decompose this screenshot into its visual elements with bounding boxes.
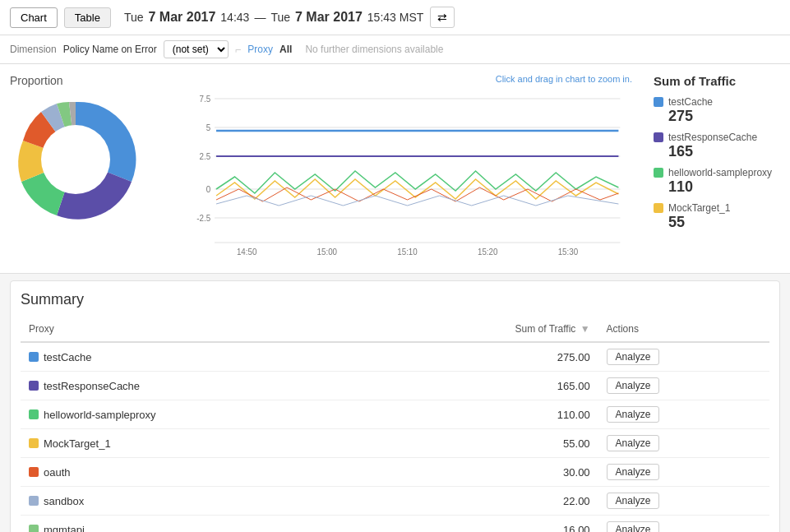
top-bar: Chart Table Tue 7 Mar 2017 14:43 — Tue 7… <box>0 0 790 35</box>
proxy-cell: sandbox <box>21 487 373 516</box>
proxy-name: testCache <box>44 351 92 363</box>
dimension-label: Dimension <box>10 44 57 55</box>
date-start-prefix: Tue <box>124 11 144 24</box>
table-row: sandbox 22.00 Analyze <box>21 487 769 516</box>
policy-name-label: Policy Name on Error <box>63 44 157 55</box>
legend-item-name: MockTarget_1 <box>668 202 730 214</box>
proxy-cell: testResponseCache <box>21 372 373 400</box>
legend-item: helloworld-sampleproxy 110 <box>654 167 780 196</box>
traffic-value: 55.00 <box>373 429 598 458</box>
date-dash: — <box>254 11 266 24</box>
refresh-button[interactable]: ⇄ <box>430 7 455 28</box>
proxy-cell: MockTarget_1 <box>21 429 373 458</box>
row-color-dot <box>29 381 39 391</box>
proxy-name: testResponseCache <box>44 380 140 392</box>
svg-point-0 <box>41 125 110 194</box>
traffic-value: 165.00 <box>373 372 598 400</box>
summary-section: Summary Proxy Sum of Traffic ▼ Actions t… <box>10 280 780 532</box>
analyze-button[interactable]: Analyze <box>607 406 660 423</box>
table-row: mgmtapi 16.00 Analyze <box>21 516 769 533</box>
legend-item-name: testResponseCache <box>668 132 757 143</box>
legend-item-value: 275 <box>668 108 780 125</box>
row-color-dot <box>29 352 39 362</box>
analyze-button[interactable]: Analyze <box>607 493 660 509</box>
actions-cell: Analyze <box>598 487 769 516</box>
traffic-value: 110.00 <box>373 400 598 429</box>
proportion-title: Proportion <box>10 74 174 87</box>
dimension-bar: Dimension Policy Name on Error (not set)… <box>0 35 790 64</box>
legend-title: Sum of Traffic <box>654 74 780 88</box>
line-chart-svg: Sum of Traffic 7.5 5 2.5 0 -2.5 14:50 15… <box>182 82 632 263</box>
proportion-panel: Proportion <box>10 74 174 225</box>
actions-column-header: Actions <box>598 317 769 342</box>
summary-table: Proxy Sum of Traffic ▼ Actions testCache… <box>21 317 769 532</box>
svg-text:14:50: 14:50 <box>237 247 257 257</box>
date-range: Tue 7 Mar 2017 14:43 — Tue 7 Mar 2017 15… <box>124 10 423 25</box>
actions-cell: Analyze <box>598 342 769 372</box>
date-end-time: 15:43 MST <box>367 11 423 24</box>
proxy-name: sandbox <box>44 495 84 507</box>
svg-text:-2.5: -2.5 <box>196 214 210 223</box>
svg-text:15:10: 15:10 <box>397 247 418 257</box>
actions-cell: Analyze <box>598 429 769 458</box>
no-dimension-msg: No further dimensions available <box>305 44 443 55</box>
not-set-select[interactable]: (not set) <box>164 40 229 58</box>
proxy-name: MockTarget_1 <box>44 437 111 450</box>
legend-item-name: testCache <box>668 96 713 108</box>
proxy-cell: helloworld-sampleproxy <box>21 400 373 429</box>
analyze-button[interactable]: Analyze <box>607 435 660 451</box>
traffic-value: 275.00 <box>373 342 598 372</box>
table-row: oauth 30.00 Analyze <box>21 458 769 487</box>
table-row: helloworld-sampleproxy 110.00 Analyze <box>21 400 769 429</box>
row-color-dot <box>29 525 39 532</box>
zoom-hint[interactable]: Click and drag in chart to zoom in. <box>496 74 632 84</box>
svg-text:15:00: 15:00 <box>317 247 338 257</box>
proxy-name: mgmtapi <box>44 524 85 533</box>
analyze-button[interactable]: Analyze <box>607 521 660 532</box>
svg-text:15:20: 15:20 <box>478 247 498 257</box>
legend-item-value: 55 <box>668 214 780 231</box>
table-row: testResponseCache 165.00 Analyze <box>21 372 769 400</box>
svg-text:15:30: 15:30 <box>558 247 579 257</box>
table-tab[interactable]: Table <box>64 7 111 28</box>
date-start-bold: 7 Mar 2017 <box>148 10 215 25</box>
legend-color-dot <box>654 203 663 213</box>
proxy-cell: oauth <box>21 458 373 487</box>
legend-item-value: 110 <box>668 178 780 196</box>
analyze-button[interactable]: Analyze <box>607 349 660 365</box>
donut-chart <box>10 94 141 225</box>
svg-text:7.5: 7.5 <box>200 95 211 104</box>
actions-cell: Analyze <box>598 516 769 533</box>
row-color-dot <box>29 409 39 419</box>
actions-cell: Analyze <box>598 372 769 400</box>
legend-item: MockTarget_1 55 <box>654 202 780 231</box>
analyze-button[interactable]: Analyze <box>607 377 660 394</box>
proxy-column-header: Proxy <box>21 317 373 342</box>
row-color-dot <box>29 438 39 448</box>
analyze-button[interactable]: Analyze <box>607 464 660 480</box>
date-end-prefix: Tue <box>270 11 290 24</box>
legend-item-name: helloworld-sampleproxy <box>668 167 772 178</box>
legend-item-value: 165 <box>668 143 780 160</box>
proxy-name: helloworld-sampleproxy <box>44 409 156 421</box>
proxy-name: oauth <box>44 466 71 479</box>
sort-icon: ▼ <box>580 323 590 335</box>
all-link[interactable]: All <box>280 44 292 55</box>
date-end-bold: 7 Mar 2017 <box>295 10 363 25</box>
svg-text:0: 0 <box>206 185 211 194</box>
svg-text:5: 5 <box>206 123 211 132</box>
proxy-link[interactable]: Proxy <box>247 44 273 55</box>
chart-tab[interactable]: Chart <box>10 7 58 28</box>
table-header-row: Proxy Sum of Traffic ▼ Actions <box>21 317 769 342</box>
table-row: testCache 275.00 Analyze <box>21 342 769 372</box>
line-chart-area: Click and drag in chart to zoom in. Sum … <box>182 74 632 263</box>
dim-separator: ⌐ <box>235 44 242 56</box>
proxy-cell: mgmtapi <box>21 516 373 533</box>
traffic-column-header: Sum of Traffic ▼ <box>373 317 598 342</box>
legend-color-dot <box>654 132 663 142</box>
legend-item: testResponseCache 165 <box>654 132 780 160</box>
actions-cell: Analyze <box>598 400 769 429</box>
traffic-value: 16.00 <box>373 516 598 533</box>
legend-item: testCache 275 <box>654 96 780 125</box>
proxy-cell: testCache <box>21 342 373 372</box>
